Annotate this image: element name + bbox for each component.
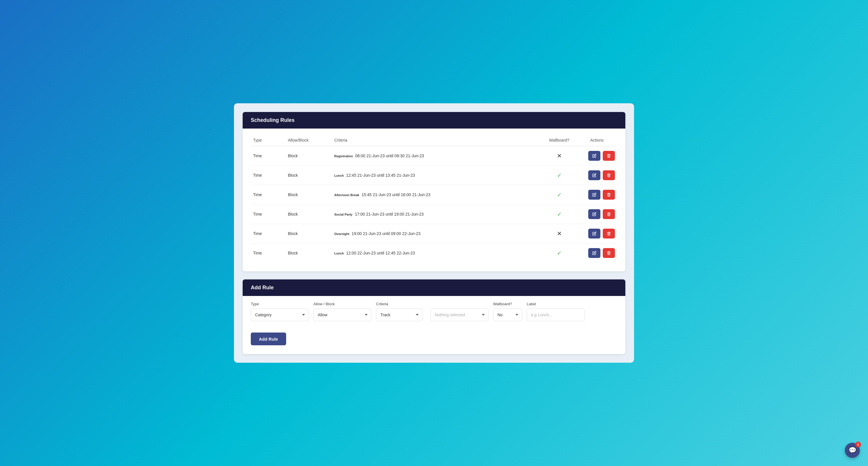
type-label: Type xyxy=(251,302,309,306)
wallboard-form-group: Wallboard? No Yes xyxy=(493,302,522,321)
cell-actions xyxy=(577,185,617,205)
delete-icon xyxy=(607,154,611,158)
add-rule-button[interactable]: Add Rule xyxy=(251,332,286,345)
add-rule-button-group: _ Add Rule xyxy=(251,326,286,345)
edit-button[interactable] xyxy=(588,248,600,258)
allow-block-label: Allow / Block xyxy=(313,302,371,306)
criteria-select[interactable]: Track Session Speaker xyxy=(376,309,423,321)
delete-icon xyxy=(607,251,611,255)
delete-button[interactable] xyxy=(603,229,615,238)
cell-criteria: Lunch 12:45 21-Jun-23 until 13:45 21-Jun… xyxy=(332,166,542,185)
table-row: Time Block Registration 08:00 21-Jun-23 … xyxy=(251,146,617,166)
type-select[interactable]: Category Time xyxy=(251,309,309,321)
cell-actions xyxy=(577,224,617,243)
cell-wallboard: ✕ xyxy=(542,146,577,166)
col-header-allowblock: Allow/Block xyxy=(285,134,332,146)
cell-wallboard: ✓ xyxy=(542,243,577,263)
chat-icon: 💬 xyxy=(848,446,857,454)
cell-wallboard: ✓ xyxy=(542,185,577,205)
nothing-selected-form-group: _ Nothing selected xyxy=(427,309,489,321)
add-rule-panel: Add Rule Type Category Time Allow / Bloc… xyxy=(243,280,625,354)
edit-button[interactable] xyxy=(588,190,600,200)
delete-button[interactable] xyxy=(603,190,615,200)
criteria-value-text: 12:00 22-Jun-23 until 12:45 22-Jun-23 xyxy=(346,251,415,255)
criteria-label-text: Overnight xyxy=(334,232,349,236)
label-label: Label xyxy=(527,302,585,306)
criteria-value-text: 08:00 21-Jun-23 until 09:30 21-Jun-23 xyxy=(355,153,424,158)
cell-type: Time xyxy=(251,185,285,205)
scheduling-rules-title: Scheduling Rules xyxy=(251,117,294,123)
cell-allow-block: Block xyxy=(285,185,332,205)
cell-actions xyxy=(577,166,617,185)
add-rule-body: Type Category Time Allow / Block Allow B… xyxy=(243,296,625,354)
edit-button[interactable] xyxy=(588,151,600,161)
scheduling-rules-header: Scheduling Rules xyxy=(243,112,625,128)
cell-criteria: Afternoon Break 15:45 21-Jun-23 until 16… xyxy=(332,185,542,205)
add-rule-title: Add Rule xyxy=(251,285,274,290)
scheduling-rules-panel: Scheduling Rules Type Allow/Block Criter… xyxy=(243,112,625,271)
add-rule-header: Add Rule xyxy=(243,280,625,296)
criteria-label-text: Lunch xyxy=(334,174,344,177)
wallboard-x-icon: ✕ xyxy=(544,152,574,159)
criteria-label-text: Registration xyxy=(334,154,353,158)
cell-actions xyxy=(577,205,617,224)
cell-allow-block: Block xyxy=(285,205,332,224)
wallboard-x-icon: ✕ xyxy=(544,230,574,237)
page-wrapper: Scheduling Rules Type Allow/Block Criter… xyxy=(234,103,634,363)
delete-button[interactable] xyxy=(603,209,615,219)
nothing-selected-select[interactable]: Nothing selected xyxy=(431,309,489,321)
criteria-label-text: Social Party xyxy=(334,213,352,216)
delete-button[interactable] xyxy=(603,170,615,180)
delete-button[interactable] xyxy=(603,151,615,161)
label-input[interactable] xyxy=(527,309,585,321)
allow-block-select[interactable]: Allow Block xyxy=(313,309,371,321)
edit-icon xyxy=(592,154,596,158)
criteria-label: Criteria xyxy=(376,302,423,306)
edit-icon xyxy=(592,173,596,177)
type-form-group: Type Category Time xyxy=(251,302,309,321)
allow-block-form-group: Allow / Block Allow Block xyxy=(313,302,371,321)
chat-bubble[interactable]: 💬 1 xyxy=(845,443,860,458)
table-row: Time Block Lunch 12:00 22-Jun-23 until 1… xyxy=(251,243,617,263)
cell-actions xyxy=(577,243,617,263)
criteria-value-text: 19:00 21-Jun-23 until 09:00 22-Jun-23 xyxy=(352,231,421,236)
criteria-value-text: 12:45 21-Jun-23 until 13:45 21-Jun-23 xyxy=(346,173,415,178)
edit-button[interactable] xyxy=(588,229,600,238)
wallboard-select[interactable]: No Yes xyxy=(493,309,522,321)
wallboard-check-icon: ✓ xyxy=(544,250,574,257)
label-form-group: Label xyxy=(527,302,585,321)
table-row: Time Block Social Party 17:00 21-Jun-23 … xyxy=(251,205,617,224)
delete-icon xyxy=(607,232,611,236)
criteria-value-text: 17:00 21-Jun-23 until 19:00 21-Jun-23 xyxy=(355,212,424,216)
edit-button[interactable] xyxy=(588,209,600,219)
criteria-label-text: Afternoon Break xyxy=(334,193,359,197)
delete-icon xyxy=(607,193,611,197)
edit-icon xyxy=(592,212,596,216)
criteria-label-text: Lunch xyxy=(334,252,344,255)
cell-criteria: Overnight 19:00 21-Jun-23 until 09:00 22… xyxy=(332,224,542,243)
delete-icon xyxy=(607,212,611,216)
edit-button[interactable] xyxy=(588,170,600,180)
cell-wallboard: ✓ xyxy=(542,166,577,185)
col-header-wallboard: Wallboard? xyxy=(542,134,577,146)
col-header-criteria: Criteria xyxy=(332,134,542,146)
cell-allow-block: Block xyxy=(285,243,332,263)
table-row: Time Block Lunch 12:45 21-Jun-23 until 1… xyxy=(251,166,617,185)
nothing-selected-label: _ xyxy=(427,313,429,317)
criteria-value-text: 15:45 21-Jun-23 until 16:00 21-Jun-23 xyxy=(362,193,430,197)
table-row: Time Block Afternoon Break 15:45 21-Jun-… xyxy=(251,185,617,205)
cell-allow-block: Block xyxy=(285,166,332,185)
edit-icon xyxy=(592,251,596,255)
cell-type: Time xyxy=(251,166,285,185)
wallboard-check-icon: ✓ xyxy=(544,211,574,217)
wallboard-check-icon: ✓ xyxy=(544,191,574,198)
cell-allow-block: Block xyxy=(285,224,332,243)
delete-button[interactable] xyxy=(603,248,615,258)
scheduling-rules-body: Type Allow/Block Criteria Wallboard? Act… xyxy=(243,128,625,271)
cell-type: Time xyxy=(251,224,285,243)
cell-type: Time xyxy=(251,243,285,263)
cell-actions xyxy=(577,146,617,166)
edit-icon xyxy=(592,232,596,236)
cell-criteria: Lunch 12:00 22-Jun-23 until 12:45 22-Jun… xyxy=(332,243,542,263)
cell-type: Time xyxy=(251,146,285,166)
